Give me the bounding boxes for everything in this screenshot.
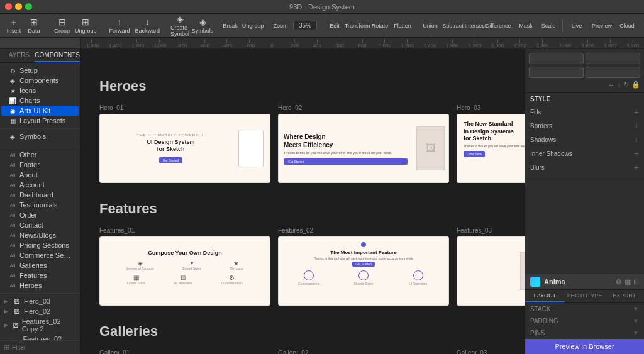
h-input[interactable] [586,67,640,78]
fills-add-icon[interactable]: + [634,107,639,117]
data-button[interactable]: ⊞ Data [24,16,44,35]
sidebar-item-icons[interactable]: ★ Icons [1,86,79,96]
anima-tab-export[interactable]: EXPORT [604,290,644,302]
anima-settings-icon[interactable]: ⊞ [633,278,639,286]
layer-item-features02copy[interactable]: ▶ 🖼 Features_02 Copy [0,334,80,340]
layer-item-features02copy2[interactable]: ▶ 🖼 Features_02 Copy 2 [0,316,80,334]
window-controls[interactable] [5,3,32,10]
frame-box-hero01[interactable]: The Ultimately Powerful UI Design System… [99,114,270,183]
fills-row[interactable]: Fills + [530,105,639,119]
shadows-row[interactable]: Shadows + [530,133,639,147]
break-button[interactable]: Break [220,16,240,35]
sidebar-item-charts[interactable]: 📊 Charts [1,96,79,106]
flatten-button[interactable]: Flatten [392,16,413,35]
blurs-row[interactable]: Blurs + [530,160,639,174]
divider-1 [0,128,80,129]
symbols-icon: ◈ [199,18,206,26]
sidebar-item-components[interactable]: ◈ Components [1,75,79,86]
sidebar-item-setup[interactable]: ⚙ Setup [1,65,79,75]
edit-button[interactable]: Edit [325,16,345,35]
mask-button[interactable]: Mask [516,16,536,35]
frame-box-hero02[interactable]: Where DesignMeets Efficiency Thanks to t… [278,114,449,183]
backward-button[interactable]: ↓ Backward [133,16,163,35]
canvas-area[interactable]: Heroes Hero_01 The Ultimately Powerful U… [80,49,525,354]
components-icon: ◈ [9,77,16,84]
union-button[interactable]: Union [420,16,440,35]
sidebar-nav-pricing[interactable]: All Pricing Sections [1,240,79,250]
anima-gear-icon[interactable]: ⚙ [616,278,622,286]
rotate-icon[interactable]: ↻ [623,80,629,89]
sidebar-nav-commerce[interactable]: All Commerce Sections [1,250,79,260]
blurs-add-icon[interactable]: + [634,162,639,172]
sidebar-item-layout-presets[interactable]: ▦ Layout Presets [1,116,79,126]
borders-row[interactable]: Borders + [530,119,639,133]
sidebar-item-artx[interactable]: ◉ Artx UI Kit [1,106,79,116]
w-input[interactable] [529,67,584,78]
sidebar-nav-dashboard[interactable]: All Dashboard [1,190,79,200]
sidebar-nav-testimonials[interactable]: All Testimonials [1,200,79,210]
flip-v-icon[interactable]: ↕ [618,81,621,89]
intersect-button[interactable]: Intersect [465,16,486,35]
create-symbol-button[interactable]: ◈ Create Symbol [170,16,190,35]
borders-add-icon[interactable]: + [634,121,639,131]
inner-shadows-row[interactable]: Inner Shadows + [530,147,639,160]
difference-button[interactable]: Difference [488,16,508,35]
frame-box-features02[interactable]: The Most Important Feature Thanks to thi… [278,236,449,306]
ungroup-button[interactable]: ⊞ Ungroup [72,16,99,35]
hero03-btn: Order Now [464,151,485,157]
maximize-button[interactable] [25,3,32,10]
ungroup2-button[interactable]: Ungroup [243,16,263,35]
sidebar-nav-order[interactable]: All Order [1,210,79,220]
stack-toggle-icon[interactable]: ▼ [633,306,639,313]
frame-label-gallery01: Gallery_01 [99,350,270,354]
sidebar-nav-account[interactable]: All Account [1,180,79,190]
x-input[interactable] [529,53,584,64]
constraint-icon[interactable]: 🔒 [631,80,640,89]
canvas-scroll[interactable]: Heroes Hero_01 The Ultimately Powerful U… [80,49,525,354]
sidebar-nav-features[interactable]: All Features [1,270,79,280]
layer-item-hero02[interactable]: ▶ 🖼 Hero_02 [0,306,80,316]
zoom-button[interactable]: Zoom [270,16,291,35]
layer-item-hero03[interactable]: ▶ 🖼 Hero_03 [0,296,80,306]
insert-button[interactable]: ＋ Insert [4,16,24,35]
sidebar-nav-other[interactable]: All Other [1,150,79,160]
rotate-button[interactable]: Rotate [370,16,390,35]
anima-tab-layout[interactable]: LAYOUT [525,290,565,302]
forward-button[interactable]: ↑ Forward [107,16,133,35]
inner-shadows-add-icon[interactable]: + [634,148,639,158]
sidebar-nav-newsblogs[interactable]: All News/Blogs [1,230,79,240]
frame-box-features01[interactable]: Compose Your Own Design ◈ Dozens of Symb… [99,236,270,306]
sidebar-nav-contact[interactable]: All Contact [1,220,79,230]
sidebar-nav-about[interactable]: All About [1,170,79,180]
sidebar-nav-heroes[interactable]: All Heroes [1,280,79,290]
view-button[interactable]: View [640,16,644,35]
close-button[interactable] [5,3,12,10]
y-input[interactable] [586,53,640,64]
sidebar-nav-galleries[interactable]: All Galleries [1,260,79,270]
tab-layers[interactable]: LAYERS [0,49,35,62]
live-button[interactable]: Live [567,16,587,35]
cloud-button[interactable]: Cloud [617,16,637,35]
transform-button[interactable]: Transform [347,16,367,35]
frame-box-features03[interactable]: 🖼 [457,236,525,306]
feat-icon-styles: ✦ Shared Styles [182,260,201,270]
scale-button[interactable]: Scale [538,16,558,35]
anima-grid-icon[interactable]: ▦ [625,278,631,286]
minimize-button[interactable] [15,3,22,10]
frame-box-hero03[interactable]: The New Standardin Design Systemsfor Ske… [457,114,525,183]
sidebar-item-symbols[interactable]: ◈ Symbols [1,131,79,141]
shadows-add-icon[interactable]: + [634,135,639,145]
tab-components[interactable]: COMPONENTS [35,49,80,62]
flip-h-icon[interactable]: ↔ [608,81,615,89]
sidebar-nav-footer[interactable]: All Footer [1,160,79,170]
preview-in-browser-button[interactable]: Preview in Browser [525,339,644,354]
subtract-button[interactable]: Subtract [443,16,463,35]
anima-tab-prototype[interactable]: PROTOTYPE [565,290,604,302]
zoom-level-display[interactable]: 35% [293,21,317,30]
pins-toggle-icon[interactable]: ▼ [633,329,639,336]
preview-toolbar-button[interactable]: Preview [589,16,614,35]
group-button[interactable]: ⊟ Group [52,16,72,35]
symbols-button[interactable]: ◈ Symbols [192,16,213,35]
padding-toggle-icon[interactable]: ▼ [633,318,639,324]
hero03-title: The New Standardin Design Systemsfor Ske… [464,121,525,143]
